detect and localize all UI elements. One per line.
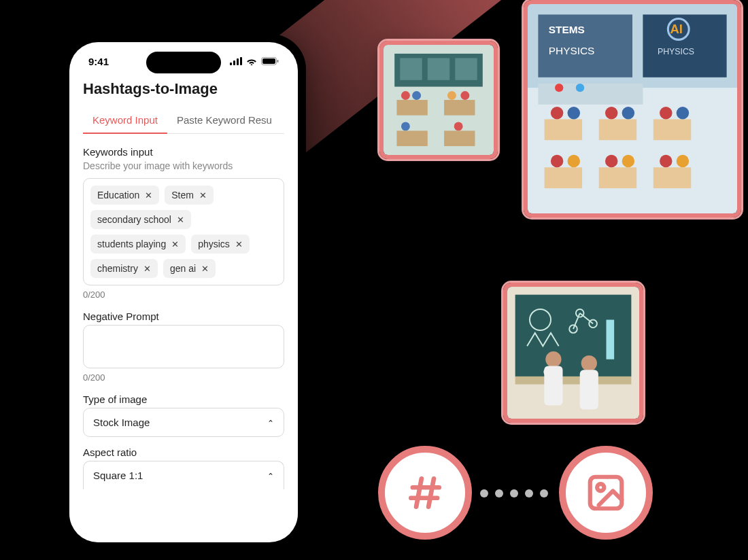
decorative-dots — [480, 489, 548, 497]
svg-point-28 — [551, 155, 563, 167]
negative-input[interactable] — [83, 325, 284, 368]
svg-point-24 — [660, 107, 672, 119]
svg-text:AI: AI — [670, 22, 682, 36]
svg-rect-60 — [607, 320, 615, 360]
svg-line-69 — [416, 478, 422, 506]
svg-point-46 — [447, 91, 456, 100]
svg-point-62 — [545, 351, 561, 367]
svg-rect-34 — [538, 84, 643, 105]
chip-stem[interactable]: Stem✕ — [165, 186, 214, 205]
svg-rect-1 — [233, 60, 235, 65]
keywords-label: Keywords input — [83, 146, 284, 158]
page-title: Hashtags-to-Image — [83, 80, 284, 98]
svg-point-44 — [401, 91, 410, 100]
svg-rect-40 — [428, 58, 449, 80]
cellular-icon — [230, 57, 242, 65]
aspect-select[interactable]: Square 1:1 ⌄ — [83, 461, 284, 489]
svg-rect-21 — [653, 167, 691, 188]
chip-physics[interactable]: physics✕ — [191, 234, 250, 253]
svg-point-50 — [401, 122, 410, 130]
svg-rect-3 — [240, 57, 242, 65]
svg-point-45 — [412, 91, 421, 100]
svg-point-26 — [622, 107, 634, 119]
svg-rect-20 — [599, 167, 636, 188]
tab-paste-keyword[interactable]: Paste Keyword Resu — [167, 109, 282, 133]
sample-image-1 — [379, 41, 498, 159]
svg-point-33 — [677, 155, 689, 167]
svg-point-32 — [622, 155, 634, 167]
svg-rect-61 — [515, 377, 632, 385]
svg-text:STEMS: STEMS — [549, 24, 585, 35]
svg-rect-66 — [580, 370, 598, 409]
svg-rect-0 — [230, 63, 232, 65]
sample-image-large: STEMS PHYSICS AI PHYSICS — [524, 0, 741, 217]
chip-secondary-school[interactable]: secondary school✕ — [90, 210, 191, 229]
image-type-label: Type of image — [83, 393, 284, 405]
tab-keyword-input[interactable]: Keyword Input — [83, 109, 167, 134]
svg-rect-42 — [396, 100, 427, 116]
svg-point-65 — [581, 355, 597, 371]
keywords-chipbox[interactable]: Education✕ Stem✕ secondary school✕ stude… — [83, 178, 284, 285]
svg-point-47 — [460, 91, 469, 100]
phone-frame: 9:41 Hashtags-to-Image Keyword Input Pas… — [61, 34, 306, 550]
svg-point-22 — [551, 107, 563, 119]
battery-icon — [261, 57, 279, 65]
svg-text:PHYSICS: PHYSICS — [549, 45, 595, 56]
chevron-down-icon: ⌄ — [267, 471, 274, 480]
chevron-down-icon: ⌄ — [267, 418, 274, 427]
close-icon[interactable]: ✕ — [145, 190, 152, 200]
svg-rect-41 — [455, 58, 477, 80]
svg-rect-48 — [396, 130, 427, 146]
chip-education[interactable]: Education✕ — [90, 186, 159, 205]
svg-point-51 — [454, 122, 463, 130]
wifi-icon — [246, 57, 257, 65]
close-icon[interactable]: ✕ — [177, 215, 184, 225]
status-time: 9:41 — [88, 56, 109, 67]
svg-rect-9 — [643, 14, 726, 77]
image-type-select[interactable]: Stock Image ⌄ — [83, 408, 284, 437]
aspect-label: Aspect ratio — [83, 447, 284, 458]
svg-point-30 — [660, 155, 672, 167]
svg-rect-16 — [545, 119, 582, 140]
close-icon[interactable]: ✕ — [201, 264, 209, 274]
keywords-sub: Describe your image with keywords — [83, 160, 284, 171]
svg-point-31 — [568, 155, 580, 167]
svg-rect-5 — [262, 58, 275, 64]
chip-students-playing[interactable]: students playing✕ — [90, 234, 186, 253]
svg-rect-6 — [277, 60, 279, 63]
sample-image-2 — [503, 283, 643, 423]
close-icon[interactable]: ✕ — [171, 239, 179, 249]
svg-point-36 — [576, 84, 584, 92]
svg-point-25 — [568, 107, 580, 119]
negative-label: Negative Prompt — [83, 311, 284, 322]
svg-point-35 — [555, 84, 563, 92]
svg-text:PHYSICS: PHYSICS — [658, 47, 694, 56]
svg-rect-49 — [444, 130, 475, 146]
svg-line-70 — [428, 478, 434, 506]
svg-point-23 — [605, 107, 617, 119]
chip-gen-ai[interactable]: gen ai✕ — [163, 259, 216, 278]
svg-rect-43 — [444, 100, 475, 116]
svg-rect-2 — [237, 58, 239, 65]
keywords-counter: 0/200 — [83, 290, 284, 300]
image-circle-icon — [559, 446, 653, 540]
svg-point-72 — [597, 484, 604, 491]
hashtag-circle-icon — [378, 446, 472, 540]
close-icon[interactable]: ✕ — [235, 239, 243, 249]
close-icon[interactable]: ✕ — [199, 190, 207, 200]
svg-rect-19 — [545, 167, 582, 188]
svg-rect-39 — [400, 58, 422, 80]
negative-counter: 0/200 — [83, 372, 284, 383]
svg-rect-18 — [653, 119, 691, 140]
dynamic-island — [146, 52, 221, 73]
tabs: Keyword Input Paste Keyword Resu — [83, 109, 284, 134]
chip-chemistry[interactable]: chemistry✕ — [90, 259, 158, 278]
svg-point-29 — [605, 155, 617, 167]
svg-point-27 — [677, 107, 689, 119]
svg-rect-17 — [599, 119, 636, 140]
close-icon[interactable]: ✕ — [143, 264, 151, 274]
